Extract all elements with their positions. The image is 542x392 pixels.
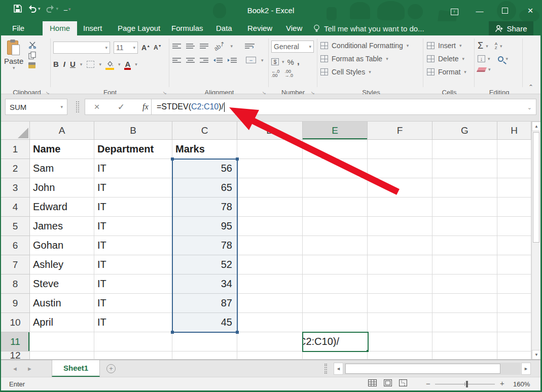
cell-B12[interactable]	[94, 351, 172, 360]
tab-file[interactable]: File	[5, 21, 31, 35]
row-header-6[interactable]: 6	[1, 236, 30, 255]
cell-E4[interactable]	[303, 198, 368, 217]
zoom-level[interactable]: 160%	[513, 380, 530, 388]
cell-A1[interactable]: Name	[30, 140, 94, 159]
row-header-9[interactable]: 9	[1, 294, 30, 313]
paste-button[interactable]: Paste ▾	[4, 37, 23, 70]
cell-D2[interactable]	[237, 159, 303, 178]
increase-font-size-button[interactable]: A▲	[141, 44, 150, 52]
cell-G9[interactable]	[432, 294, 497, 313]
zoom-slider[interactable]	[435, 384, 495, 384]
cell-F6[interactable]	[368, 236, 432, 255]
accounting-dropdown-icon[interactable]: ▾	[282, 59, 284, 64]
accounting-format-icon[interactable]: $	[271, 58, 279, 65]
cell-F7[interactable]	[368, 255, 432, 275]
insert-button[interactable]: Insert	[438, 42, 456, 50]
decrease-font-size-button[interactable]: A▼	[154, 44, 162, 51]
find-select-button[interactable]	[498, 56, 503, 62]
row-header-11[interactable]: 11	[1, 332, 30, 351]
cell-D6[interactable]	[237, 236, 303, 255]
increase-decimal-icon[interactable]: ←.0.00	[271, 69, 280, 77]
fill-handle[interactable]	[366, 349, 369, 352]
cell-D11[interactable]	[237, 332, 303, 351]
cell-E9[interactable]	[303, 294, 368, 313]
bottom-align-icon[interactable]	[200, 43, 208, 49]
cell-G3[interactable]	[432, 178, 497, 198]
cell-G7[interactable]	[432, 255, 497, 275]
autosum-dropdown-icon[interactable]: ▾	[486, 44, 488, 49]
font-color-button[interactable]: A	[125, 60, 130, 68]
expand-formula-bar-icon[interactable]: ⌄	[527, 99, 532, 115]
cell-G4[interactable]	[432, 198, 497, 217]
paste-dropdown-icon[interactable]: ▾	[4, 65, 23, 70]
cell-styles-button[interactable]: Cell Styles	[332, 68, 365, 76]
row-header-3[interactable]: 3	[1, 178, 30, 198]
row-header-1[interactable]: 1	[1, 140, 30, 159]
cell-G1[interactable]	[432, 140, 497, 159]
cell-D8[interactable]	[237, 275, 303, 294]
select-all-corner[interactable]	[1, 122, 30, 140]
cell-D3[interactable]	[237, 178, 303, 198]
cell-A7[interactable]: Ashley	[30, 255, 94, 275]
close-button[interactable]: ×	[524, 5, 536, 16]
fill-button[interactable]: ↓	[478, 55, 485, 62]
fill-color-dropdown-icon[interactable]: ▾	[118, 62, 121, 67]
vertical-scrollbar[interactable]: ▲ ▼	[531, 122, 540, 360]
font-color-dropdown-icon[interactable]: ▾	[135, 62, 137, 67]
font-size-input[interactable]: 11▾	[114, 42, 138, 54]
cell-E6[interactable]	[303, 236, 368, 255]
scroll-left-icon[interactable]: ◄	[334, 363, 343, 375]
cell-A11[interactable]	[30, 332, 94, 351]
tell-me-box[interactable]: Tell me what you want to do...	[313, 21, 424, 35]
cell-D4[interactable]	[237, 198, 303, 217]
zoom-out-icon[interactable]: −	[426, 379, 430, 388]
formula-input[interactable]: =STDEV(C2:C10)/ ⌄	[151, 99, 536, 115]
cell-H1[interactable]	[497, 140, 531, 159]
tab-data[interactable]: Data	[209, 21, 239, 35]
underline-dropdown-icon[interactable]: ▾	[80, 62, 83, 67]
align-center-icon[interactable]	[186, 57, 195, 63]
column-header-B[interactable]: B	[94, 122, 172, 140]
orientation-dropdown-icon[interactable]: ▾	[230, 44, 233, 49]
cell-C11[interactable]	[172, 332, 237, 351]
cell-H5[interactable]	[497, 217, 531, 236]
merge-center-dropdown-icon[interactable]: ▾	[261, 58, 264, 63]
cell-H10[interactable]	[497, 313, 531, 332]
cell-B4[interactable]: IT	[94, 198, 172, 217]
cell-H3[interactable]	[497, 178, 531, 198]
cell-D10[interactable]	[237, 313, 303, 332]
cell-F8[interactable]	[368, 275, 432, 294]
column-header-A[interactable]: A	[30, 122, 94, 140]
cell-G6[interactable]	[432, 236, 497, 255]
cell-H6[interactable]	[497, 236, 531, 255]
cell-G8[interactable]	[432, 275, 497, 294]
scroll-down-icon[interactable]: ▼	[532, 350, 541, 360]
minimize-button[interactable]: —	[474, 7, 486, 15]
next-sheet-icon[interactable]: ►	[27, 366, 32, 372]
cell-E7[interactable]	[303, 255, 368, 275]
row-header-4[interactable]: 4	[1, 198, 30, 217]
cell-D9[interactable]	[237, 294, 303, 313]
zoom-in-icon[interactable]: +	[500, 379, 504, 387]
collapse-ribbon-icon[interactable]: ⌃	[528, 84, 533, 91]
autosum-button[interactable]: Σ	[478, 41, 483, 51]
wrap-text-icon[interactable]	[245, 43, 255, 49]
zoom-slider-thumb[interactable]	[466, 381, 468, 387]
cell-A8[interactable]: Steve	[30, 275, 94, 294]
selection-handle[interactable]	[171, 158, 174, 161]
cell-H9[interactable]	[497, 294, 531, 313]
underline-button[interactable]: U	[70, 60, 76, 68]
ribbon-display-options-button[interactable]: ↑	[448, 6, 460, 15]
merge-center-icon[interactable]: ↔	[246, 57, 256, 63]
cell-H7[interactable]	[497, 255, 531, 275]
fill-color-button[interactable]	[106, 60, 114, 68]
cell-G2[interactable]	[432, 159, 497, 178]
cell-A2[interactable]: Sam	[30, 159, 94, 178]
row-header-8[interactable]: 8	[1, 275, 30, 294]
comma-style-icon[interactable]: ,	[297, 57, 300, 67]
font-name-input[interactable]: ▾	[53, 42, 110, 54]
bold-button[interactable]: B	[53, 60, 59, 68]
borders-dropdown-icon[interactable]: ▾	[99, 62, 101, 67]
cell-F12[interactable]	[368, 351, 432, 360]
format-as-table-button[interactable]: Format as Table	[332, 55, 382, 63]
